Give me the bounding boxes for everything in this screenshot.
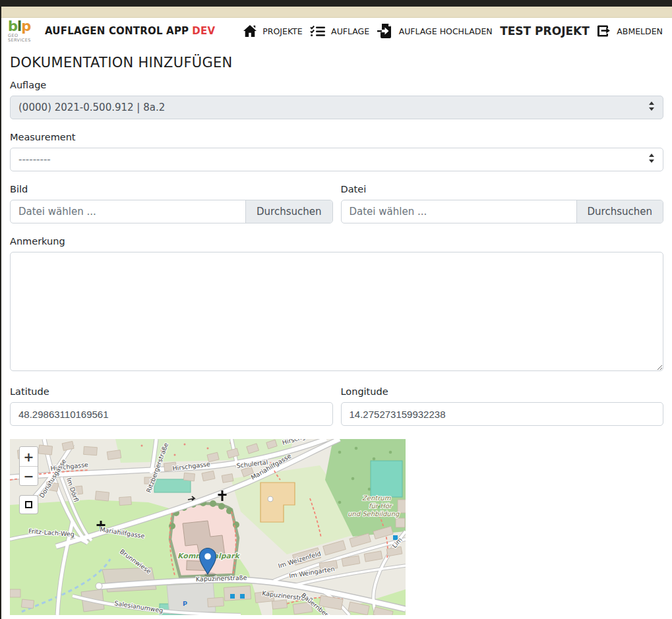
home-icon xyxy=(243,24,257,38)
logout-icon xyxy=(597,24,611,38)
select-arrows-icon xyxy=(648,102,655,113)
extent-square-icon xyxy=(25,501,32,508)
latitude-label: Latitude xyxy=(10,386,333,397)
bild-file-input[interactable]: Datei wählen ... Durchsuchen xyxy=(10,200,333,223)
nav-item-abmelden[interactable]: ABMELDEN xyxy=(597,24,663,38)
logo-subtext-services: SERVICES xyxy=(8,38,31,43)
measurement-select-value: --------- xyxy=(18,154,51,165)
longitude-label: Longitude xyxy=(341,386,664,397)
nav-item-auflage[interactable]: AUFLAGE xyxy=(310,25,369,37)
auflage-label: Auflage xyxy=(10,80,663,90)
bild-file-placeholder: Datei wählen ... xyxy=(11,200,245,223)
app-title-text: AUFLAGEN CONTROL APP xyxy=(45,25,189,37)
bild-group: Bild Datei wählen ... Durchsuchen xyxy=(10,184,333,223)
zoom-in-button[interactable]: + xyxy=(20,447,38,466)
longitude-group: Longitude xyxy=(341,386,664,426)
datei-group: Datei Datei wählen ... Durchsuchen xyxy=(341,184,664,223)
auflage-group: Auflage (0000) 2021-0.500.912 | 8a.2 xyxy=(10,80,663,119)
bild-label: Bild xyxy=(10,184,333,194)
nav-items: PROJEKTE AUFLAGE xyxy=(243,24,663,38)
main-content: DOKUMENTATION HINZUFÜGEN Auflage (0000) … xyxy=(1,44,672,615)
measurement-select[interactable]: --------- xyxy=(10,148,663,171)
nav-item-label: ABMELDEN xyxy=(617,26,663,36)
location-map[interactable]: HirschgasseDonatusgasseIm DörflRitzberge… xyxy=(10,439,406,615)
datei-browse-button[interactable]: Durchsuchen xyxy=(576,200,663,223)
zoom-out-button[interactable]: − xyxy=(20,466,38,485)
measurement-label: Measurement xyxy=(10,132,663,142)
app-title-dev-badge: DEV xyxy=(192,25,215,37)
anmerkung-group: Anmerkung xyxy=(10,236,663,374)
latitude-group: Latitude xyxy=(10,386,333,426)
blp-logo: blp GEO SERVICES xyxy=(8,20,38,42)
file-upload-icon xyxy=(377,24,394,38)
longitude-input[interactable] xyxy=(341,402,664,426)
datei-label: Datei xyxy=(341,184,664,194)
checklist-icon xyxy=(310,25,326,37)
datei-file-placeholder: Datei wählen ... xyxy=(342,200,576,223)
window-top-bar xyxy=(1,0,672,7)
map-extent-button[interactable] xyxy=(19,495,38,514)
logo-text: blp xyxy=(8,20,30,34)
anmerkung-textarea[interactable] xyxy=(10,252,663,371)
brand[interactable]: blp GEO SERVICES AUFLAGEN CONTROL APPDEV xyxy=(8,20,215,42)
auflage-select-value: (0000) 2021-0.500.912 | 8a.2 xyxy=(18,102,165,113)
map-label: P xyxy=(183,600,187,607)
anmerkung-label: Anmerkung xyxy=(10,236,663,247)
measurement-group: Measurement --------- xyxy=(10,132,663,171)
nav-item-label: AUFLAGE xyxy=(331,26,369,36)
map-zoom-control: + − xyxy=(19,446,38,486)
current-project-label: TEST PROJEKT xyxy=(500,24,590,38)
bild-browse-button[interactable]: Durchsuchen xyxy=(245,200,332,223)
nav-item-label: AUFLAGE HOCHLADEN xyxy=(399,26,493,36)
map-label: Zentrum xyxy=(362,494,391,502)
nav-item-label: PROJEKTE xyxy=(262,26,302,36)
nav-item-projekte[interactable]: PROJEKTE xyxy=(243,24,302,38)
datei-file-input[interactable]: Datei wählen ... Durchsuchen xyxy=(341,200,664,223)
navbar: blp GEO SERVICES AUFLAGEN CONTROL APPDEV… xyxy=(1,18,672,44)
map-tiles: HirschgasseDonatusgasseIm DörflRitzberge… xyxy=(10,439,406,615)
map-label: und Sehbildung xyxy=(348,510,400,518)
accent-bar xyxy=(1,7,672,18)
select-arrows-icon xyxy=(648,154,655,165)
latitude-input[interactable] xyxy=(10,402,333,426)
page-title: DOKUMENTATION HINZUFÜGEN xyxy=(10,55,663,71)
auflage-select[interactable]: (0000) 2021-0.500.912 | 8a.2 xyxy=(10,96,663,119)
map-label: für Hör xyxy=(369,502,393,510)
app-title: AUFLAGEN CONTROL APPDEV xyxy=(45,25,215,37)
nav-item-auflage-hochladen[interactable]: AUFLAGE HOCHLADEN xyxy=(377,24,493,38)
